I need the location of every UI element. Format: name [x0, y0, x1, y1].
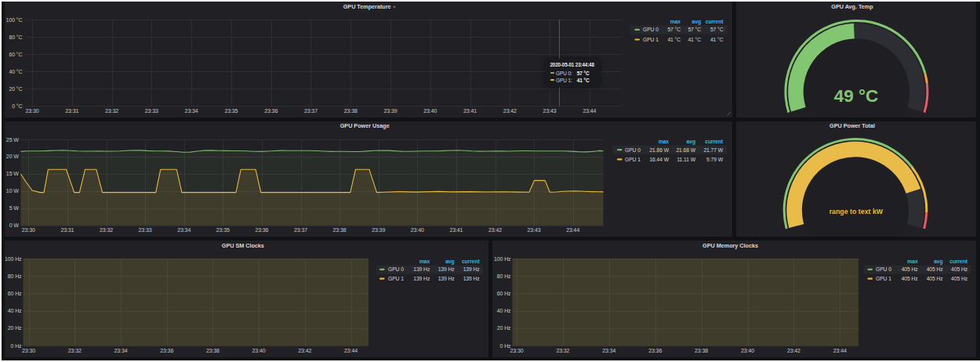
svg-text:23:36: 23:36 [160, 348, 173, 353]
svg-text:max: max [419, 259, 430, 264]
svg-text:23:42: 23:42 [488, 227, 502, 233]
svg-text:GPU 0: GPU 0 [876, 266, 891, 272]
svg-text:23:41: 23:41 [449, 227, 463, 233]
svg-text:23:44: 23:44 [833, 348, 847, 353]
svg-text:GPU 0: GPU 0 [643, 27, 659, 32]
svg-text:405 Hz: 405 Hz [902, 276, 919, 281]
svg-text:139 Hz: 139 Hz [413, 276, 430, 281]
svg-text:100 °C: 100 °C [6, 17, 23, 23]
svg-text:avg: avg [445, 259, 454, 265]
svg-text:23:42: 23:42 [298, 348, 311, 353]
svg-text:avg: avg [692, 19, 701, 25]
svg-text:139 Hz: 139 Hz [463, 266, 481, 272]
svg-text:23:32: 23:32 [105, 108, 118, 114]
svg-text:40 Hz: 40 Hz [8, 308, 22, 313]
svg-text:23:36: 23:36 [255, 227, 268, 233]
svg-text:41 °C: 41 °C [710, 37, 724, 42]
svg-text:20 Hz: 20 Hz [497, 325, 511, 331]
svg-text:41 °C: 41 °C [688, 37, 701, 42]
svg-text:9.79 W: 9.79 W [706, 157, 724, 162]
svg-text:23:41: 23:41 [463, 108, 477, 114]
svg-text:GPU 0: GPU 0 [625, 147, 641, 153]
svg-text:max: max [659, 139, 670, 144]
svg-text:current: current [462, 259, 481, 264]
svg-text:60 °C: 60 °C [9, 52, 22, 57]
svg-text:20 Hz: 20 Hz [8, 325, 22, 331]
svg-text:100 Hz: 100 Hz [494, 256, 511, 262]
svg-text:23:44: 23:44 [344, 348, 358, 353]
svg-text:23:32: 23:32 [68, 348, 82, 353]
svg-text:avg: avg [687, 139, 695, 145]
svg-text:20 W: 20 W [6, 154, 19, 159]
svg-text:405 Hz: 405 Hz [902, 266, 919, 272]
svg-text:23:35: 23:35 [224, 108, 238, 114]
svg-text:23:36: 23:36 [264, 108, 278, 114]
svg-text:current: current [949, 259, 968, 264]
svg-text:current: current [705, 139, 724, 144]
svg-text:80 Hz: 80 Hz [8, 273, 22, 279]
svg-text:57 °C: 57 °C [710, 27, 724, 32]
svg-text:GPU 1: GPU 1 [643, 37, 659, 42]
svg-text:5 W: 5 W [9, 205, 20, 211]
svg-text:10 W: 10 W [6, 188, 19, 194]
svg-text:80 °C: 80 °C [9, 34, 22, 40]
svg-text:range to text kW: range to text kW [829, 208, 884, 215]
svg-text:23:40: 23:40 [741, 348, 754, 353]
svg-text:23:31: 23:31 [60, 227, 74, 233]
svg-text:GPU 1: GPU 1 [625, 157, 641, 162]
svg-text:405 Hz: 405 Hz [927, 266, 944, 272]
svg-text:15 W: 15 W [6, 171, 19, 176]
svg-text:139 Hz: 139 Hz [438, 266, 456, 272]
svg-text:23:38: 23:38 [333, 227, 347, 233]
svg-text:23:37: 23:37 [294, 227, 307, 233]
svg-text:0 Hz: 0 Hz [11, 343, 23, 349]
svg-text:23:39: 23:39 [384, 108, 397, 114]
svg-text:23:30: 23:30 [25, 108, 38, 114]
svg-text:23:39: 23:39 [372, 227, 385, 233]
svg-text:40 Hz: 40 Hz [497, 308, 511, 313]
svg-text:20 °C: 20 °C [9, 86, 22, 92]
svg-text:23:43: 23:43 [543, 108, 557, 114]
svg-text:23:38: 23:38 [206, 348, 220, 353]
svg-text:23:31: 23:31 [65, 108, 78, 114]
svg-text:21.77 W: 21.77 W [703, 147, 723, 153]
svg-text:23:30: 23:30 [22, 348, 35, 353]
svg-text:139 Hz: 139 Hz [463, 276, 481, 281]
svg-text:23:30: 23:30 [510, 348, 523, 353]
svg-text:23:42: 23:42 [787, 348, 800, 353]
svg-text:23:35: 23:35 [216, 227, 230, 233]
svg-text:25 W: 25 W [6, 137, 19, 143]
svg-text:16.44 W: 16.44 W [649, 157, 669, 162]
svg-text:40 °C: 40 °C [9, 69, 22, 74]
svg-text:23:44: 23:44 [566, 227, 579, 233]
svg-text:23:30: 23:30 [22, 227, 35, 233]
svg-text:23:40: 23:40 [423, 108, 437, 114]
svg-text:23:34: 23:34 [602, 348, 615, 353]
svg-text:21.86 W: 21.86 W [649, 147, 669, 153]
svg-text:avg: avg [934, 259, 942, 265]
svg-text:21.68 W: 21.68 W [676, 147, 695, 153]
svg-text:23:32: 23:32 [100, 227, 113, 233]
svg-text:GPU 1: GPU 1 [388, 276, 404, 281]
svg-text:23:40: 23:40 [411, 227, 424, 233]
svg-text:GPU 0: GPU 0 [388, 266, 404, 272]
svg-text:current: current [706, 19, 724, 24]
svg-text:23:40: 23:40 [252, 348, 266, 353]
svg-text:60 Hz: 60 Hz [8, 291, 22, 296]
svg-text:23:43: 23:43 [528, 227, 541, 233]
svg-text:23:44: 23:44 [583, 108, 596, 114]
svg-text:23:38: 23:38 [695, 348, 708, 353]
svg-text:23:32: 23:32 [556, 348, 569, 353]
svg-text:23:38: 23:38 [344, 108, 358, 114]
svg-text:GPU 1: GPU 1 [876, 276, 891, 281]
svg-text:0 W: 0 W [9, 223, 20, 228]
svg-text:100 Hz: 100 Hz [5, 256, 22, 262]
svg-text:41 °C: 41 °C [667, 37, 681, 42]
svg-text:139 Hz: 139 Hz [413, 266, 430, 272]
svg-text:57 °C: 57 °C [667, 27, 681, 32]
svg-text:23:33: 23:33 [145, 108, 158, 114]
svg-text:80 Hz: 80 Hz [497, 273, 511, 279]
svg-text:23:34: 23:34 [114, 348, 127, 353]
svg-text:405 Hz: 405 Hz [951, 276, 968, 281]
svg-text:23:42: 23:42 [503, 108, 517, 114]
